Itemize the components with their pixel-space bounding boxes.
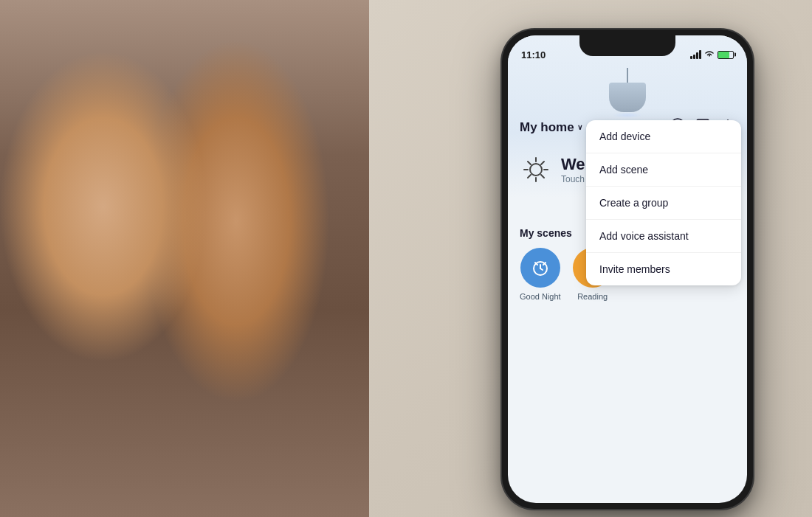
menu-item-add-voice[interactable]: Add voice assistant <box>586 220 741 253</box>
svg-line-14 <box>541 175 544 178</box>
wifi-icon <box>704 50 715 60</box>
svg-line-13 <box>528 162 531 164</box>
scene-good-night[interactable]: Good Night <box>520 248 561 301</box>
people-image <box>0 0 384 517</box>
battery-icon <box>718 51 734 59</box>
svg-line-19 <box>540 268 543 270</box>
menu-item-invite-members[interactable]: Invite members <box>586 253 741 285</box>
good-night-icon <box>520 248 560 288</box>
status-time: 11:10 <box>521 49 546 60</box>
status-icons <box>690 50 734 60</box>
phone-screen: 11:10 <box>508 35 747 503</box>
home-name-label: My home <box>520 120 574 135</box>
reading-label: Reading <box>577 292 608 301</box>
svg-line-15 <box>541 162 544 164</box>
good-night-label: Good Night <box>520 292 561 301</box>
phone-notch <box>579 35 675 56</box>
phone-device: 11:10 <box>502 30 753 509</box>
home-chevron-icon: ∨ <box>577 123 582 131</box>
home-title-area[interactable]: My home ∨ <box>520 120 582 135</box>
menu-item-add-device[interactable]: Add device <box>586 120 741 153</box>
svg-point-8 <box>530 164 542 176</box>
signal-icon <box>690 50 701 59</box>
battery-fill <box>718 52 729 58</box>
sun-icon <box>520 153 552 186</box>
menu-item-create-group[interactable]: Create a group <box>586 187 741 220</box>
dropdown-menu: Add device Add scene Create a group Add … <box>586 120 741 285</box>
menu-item-add-scene[interactable]: Add scene <box>586 153 741 187</box>
people-background <box>0 0 384 517</box>
svg-line-16 <box>528 175 531 178</box>
